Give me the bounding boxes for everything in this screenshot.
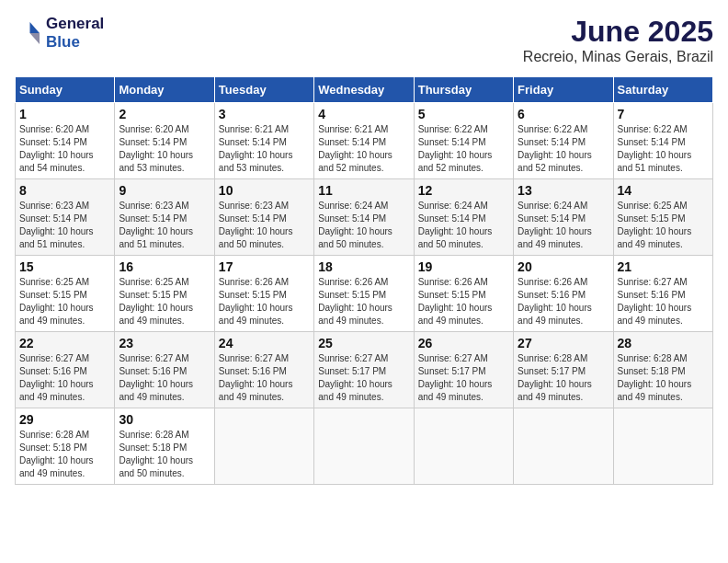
day-info: Sunrise: 6:27 AM Sunset: 5:16 PM Dayligh…	[618, 276, 709, 327]
day-info: Sunrise: 6:27 AM Sunset: 5:17 PM Dayligh…	[418, 352, 509, 404]
calendar-cell: 18Sunrise: 6:26 AM Sunset: 5:15 PM Dayli…	[314, 256, 414, 332]
weekday-header: Tuesday	[214, 77, 313, 103]
calendar-cell: 30Sunrise: 6:28 AM Sunset: 5:18 PM Dayli…	[115, 408, 214, 485]
calendar-header-row: SundayMondayTuesdayWednesdayThursdayFrid…	[16, 77, 713, 103]
day-info: Sunrise: 6:24 AM Sunset: 5:14 PM Dayligh…	[318, 200, 409, 251]
calendar-cell: 26Sunrise: 6:27 AM Sunset: 5:17 PM Dayli…	[414, 332, 513, 408]
calendar-cell: 8Sunrise: 6:23 AM Sunset: 5:14 PM Daylig…	[16, 179, 115, 256]
header: General Blue June 2025 Recreio, Minas Ge…	[15, 15, 713, 65]
calendar-week-row: 29Sunrise: 6:28 AM Sunset: 5:18 PM Dayli…	[16, 408, 713, 485]
calendar-cell: 17Sunrise: 6:26 AM Sunset: 5:15 PM Dayli…	[214, 256, 313, 332]
day-info: Sunrise: 6:28 AM Sunset: 5:18 PM Dayligh…	[618, 352, 709, 404]
day-number: 17	[219, 259, 310, 274]
logo-line1: General	[46, 15, 104, 33]
day-info: Sunrise: 6:25 AM Sunset: 5:15 PM Dayligh…	[19, 276, 110, 327]
day-info: Sunrise: 6:22 AM Sunset: 5:14 PM Dayligh…	[418, 123, 509, 175]
calendar-cell	[514, 408, 613, 485]
day-info: Sunrise: 6:24 AM Sunset: 5:14 PM Dayligh…	[518, 200, 609, 251]
calendar-week-row: 1Sunrise: 6:20 AM Sunset: 5:14 PM Daylig…	[16, 103, 713, 179]
day-number: 18	[318, 259, 409, 274]
day-info: Sunrise: 6:26 AM Sunset: 5:15 PM Dayligh…	[219, 276, 310, 327]
day-info: Sunrise: 6:27 AM Sunset: 5:16 PM Dayligh…	[219, 352, 310, 404]
calendar-cell: 6Sunrise: 6:22 AM Sunset: 5:14 PM Daylig…	[514, 103, 613, 179]
day-number: 11	[318, 183, 409, 198]
day-info: Sunrise: 6:26 AM Sunset: 5:15 PM Dayligh…	[418, 276, 509, 327]
logo-icon	[15, 19, 42, 47]
day-info: Sunrise: 6:23 AM Sunset: 5:14 PM Dayligh…	[19, 200, 110, 251]
weekday-header: Saturday	[613, 77, 712, 103]
weekday-header: Thursday	[414, 77, 513, 103]
day-number: 20	[518, 259, 609, 274]
day-info: Sunrise: 6:28 AM Sunset: 5:18 PM Dayligh…	[119, 429, 210, 480]
day-number: 8	[19, 183, 110, 198]
day-number: 6	[518, 107, 609, 121]
calendar-cell: 7Sunrise: 6:22 AM Sunset: 5:14 PM Daylig…	[613, 103, 712, 179]
calendar-cell: 22Sunrise: 6:27 AM Sunset: 5:16 PM Dayli…	[16, 332, 115, 408]
day-number: 29	[19, 412, 110, 427]
calendar-body: 1Sunrise: 6:20 AM Sunset: 5:14 PM Daylig…	[16, 103, 713, 485]
calendar-week-row: 15Sunrise: 6:25 AM Sunset: 5:15 PM Dayli…	[16, 256, 713, 332]
location-title: Recreio, Minas Gerais, Brazil	[523, 49, 713, 65]
calendar-cell: 2Sunrise: 6:20 AM Sunset: 5:14 PM Daylig…	[115, 103, 214, 179]
day-number: 30	[119, 412, 210, 427]
calendar-cell	[414, 408, 513, 485]
day-number: 24	[219, 336, 310, 350]
calendar-cell: 20Sunrise: 6:26 AM Sunset: 5:16 PM Dayli…	[514, 256, 613, 332]
calendar-week-row: 8Sunrise: 6:23 AM Sunset: 5:14 PM Daylig…	[16, 179, 713, 256]
day-info: Sunrise: 6:28 AM Sunset: 5:17 PM Dayligh…	[518, 352, 609, 404]
calendar-cell	[314, 408, 414, 485]
day-info: Sunrise: 6:23 AM Sunset: 5:14 PM Dayligh…	[219, 200, 310, 251]
day-number: 5	[418, 107, 509, 121]
calendar-cell: 24Sunrise: 6:27 AM Sunset: 5:16 PM Dayli…	[214, 332, 313, 408]
calendar-cell: 11Sunrise: 6:24 AM Sunset: 5:14 PM Dayli…	[314, 179, 414, 256]
day-number: 25	[318, 336, 409, 350]
calendar-cell: 10Sunrise: 6:23 AM Sunset: 5:14 PM Dayli…	[214, 179, 313, 256]
calendar-cell: 15Sunrise: 6:25 AM Sunset: 5:15 PM Dayli…	[16, 256, 115, 332]
day-number: 2	[119, 107, 210, 121]
weekday-header: Friday	[514, 77, 613, 103]
calendar-cell: 29Sunrise: 6:28 AM Sunset: 5:18 PM Dayli…	[16, 408, 115, 485]
calendar-week-row: 22Sunrise: 6:27 AM Sunset: 5:16 PM Dayli…	[16, 332, 713, 408]
calendar-cell: 16Sunrise: 6:25 AM Sunset: 5:15 PM Dayli…	[115, 256, 214, 332]
month-title: June 2025	[523, 15, 713, 49]
day-number: 27	[518, 336, 609, 350]
day-info: Sunrise: 6:25 AM Sunset: 5:15 PM Dayligh…	[618, 200, 709, 251]
day-number: 10	[219, 183, 310, 198]
day-number: 3	[219, 107, 310, 121]
day-info: Sunrise: 6:20 AM Sunset: 5:14 PM Dayligh…	[119, 123, 210, 175]
calendar-cell: 9Sunrise: 6:23 AM Sunset: 5:14 PM Daylig…	[115, 179, 214, 256]
weekday-header: Wednesday	[314, 77, 414, 103]
day-number: 28	[618, 336, 709, 350]
weekday-header: Sunday	[16, 77, 115, 103]
day-info: Sunrise: 6:27 AM Sunset: 5:17 PM Dayligh…	[318, 352, 409, 404]
day-number: 23	[119, 336, 210, 350]
day-info: Sunrise: 6:22 AM Sunset: 5:14 PM Dayligh…	[518, 123, 609, 175]
day-number: 14	[618, 183, 709, 198]
day-number: 22	[19, 336, 110, 350]
calendar-cell: 23Sunrise: 6:27 AM Sunset: 5:16 PM Dayli…	[115, 332, 214, 408]
calendar-cell: 4Sunrise: 6:21 AM Sunset: 5:14 PM Daylig…	[314, 103, 414, 179]
calendar-cell: 13Sunrise: 6:24 AM Sunset: 5:14 PM Dayli…	[514, 179, 613, 256]
day-number: 9	[119, 183, 210, 198]
day-info: Sunrise: 6:21 AM Sunset: 5:14 PM Dayligh…	[318, 123, 409, 175]
day-info: Sunrise: 6:27 AM Sunset: 5:16 PM Dayligh…	[19, 352, 110, 404]
day-number: 21	[618, 259, 709, 274]
day-number: 13	[518, 183, 609, 198]
day-info: Sunrise: 6:26 AM Sunset: 5:15 PM Dayligh…	[318, 276, 409, 327]
calendar-cell: 5Sunrise: 6:22 AM Sunset: 5:14 PM Daylig…	[414, 103, 513, 179]
day-number: 4	[318, 107, 409, 121]
day-number: 19	[418, 259, 509, 274]
day-number: 1	[19, 107, 110, 121]
calendar-cell	[214, 408, 313, 485]
calendar-cell: 21Sunrise: 6:27 AM Sunset: 5:16 PM Dayli…	[613, 256, 712, 332]
day-info: Sunrise: 6:22 AM Sunset: 5:14 PM Dayligh…	[618, 123, 709, 175]
calendar-cell: 19Sunrise: 6:26 AM Sunset: 5:15 PM Dayli…	[414, 256, 513, 332]
day-info: Sunrise: 6:23 AM Sunset: 5:14 PM Dayligh…	[119, 200, 210, 251]
weekday-header: Monday	[115, 77, 214, 103]
day-info: Sunrise: 6:27 AM Sunset: 5:16 PM Dayligh…	[119, 352, 210, 404]
calendar-cell: 1Sunrise: 6:20 AM Sunset: 5:14 PM Daylig…	[16, 103, 115, 179]
day-info: Sunrise: 6:21 AM Sunset: 5:14 PM Dayligh…	[219, 123, 310, 175]
day-number: 16	[119, 259, 210, 274]
calendar-cell: 14Sunrise: 6:25 AM Sunset: 5:15 PM Dayli…	[613, 179, 712, 256]
calendar-cell	[613, 408, 712, 485]
